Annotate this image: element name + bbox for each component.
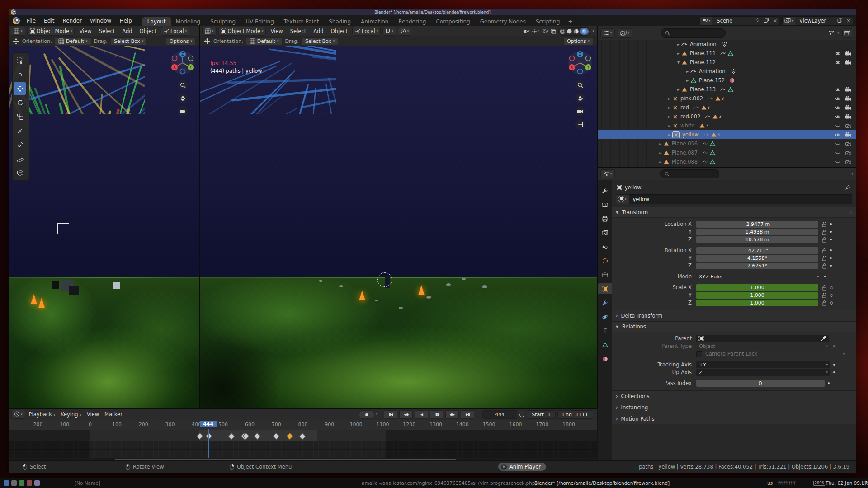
pause-button[interactable]: ▮▮ xyxy=(430,410,443,419)
viewport-menu-add[interactable]: Add xyxy=(119,28,135,35)
keyframe-diamond-icon[interactable]: ◇ xyxy=(830,285,833,290)
object-name[interactable]: Plane.112 xyxy=(690,59,716,66)
taskbar-icon[interactable] xyxy=(34,480,40,486)
outliner-row[interactable]: ▼Plane.112 xyxy=(598,58,856,67)
animate-dot[interactable] xyxy=(830,249,832,251)
expand-arrow-icon[interactable]: ► xyxy=(658,151,663,155)
frame-start-field[interactable]: Start1 xyxy=(527,410,556,419)
taskbar-icon[interactable] xyxy=(27,480,32,486)
properties-tab-output[interactable] xyxy=(598,213,612,224)
properties-editor-type-button[interactable]: ▾ xyxy=(600,169,615,178)
expand-arrow-icon[interactable]: ► xyxy=(676,52,681,56)
drag-setting-dropdown[interactable]: Select Box▾ xyxy=(110,37,147,46)
animate-dot[interactable] xyxy=(830,223,832,225)
viewport-editor-type-button[interactable]: ▾ xyxy=(202,27,217,36)
properties-tab-modifiers[interactable] xyxy=(598,297,612,308)
play-reverse-button[interactable]: ◀ xyxy=(415,410,428,419)
outliner-row[interactable]: ►Plane.056 xyxy=(598,139,856,148)
taskbar-icon[interactable] xyxy=(4,480,9,486)
menu-file[interactable]: File xyxy=(23,17,40,25)
taskbar-window-item[interactable]: [No Name] xyxy=(75,480,100,486)
tab-geometry-nodes[interactable]: Geometry Nodes xyxy=(475,17,531,26)
tab-animation[interactable]: Animation xyxy=(356,17,393,26)
outliner-row[interactable]: ►Animation xyxy=(598,40,856,49)
expand-arrow-icon[interactable]: ► xyxy=(676,42,681,47)
viewport-menu-object[interactable]: Object xyxy=(137,28,159,35)
taskbar-icon[interactable] xyxy=(11,480,17,486)
properties-tab-data[interactable] xyxy=(598,339,612,350)
value-field[interactable]: 1.000 xyxy=(696,292,818,299)
object-name[interactable]: Plane.152 xyxy=(699,77,725,84)
shading-material-preview-button[interactable] xyxy=(573,28,579,34)
transform-orientation-dropdown[interactable]: Local▾ xyxy=(161,27,189,36)
frame-end-field[interactable]: End1111 xyxy=(557,410,593,419)
viewlayer-copy-button[interactable] xyxy=(835,17,844,25)
instancing-panel-header[interactable]: ›Instancing xyxy=(612,402,856,413)
object-name[interactable]: red.002 xyxy=(680,113,700,120)
axis-gizmo[interactable]: ZXY xyxy=(568,51,592,77)
hide-viewport-icon[interactable] xyxy=(835,150,841,155)
lock-icon[interactable] xyxy=(821,255,827,261)
properties-tab-tool[interactable] xyxy=(598,185,612,196)
value-field[interactable]: 10.578 m xyxy=(696,236,818,243)
viewport-left[interactable]: ▾Object Mode▾ViewSelectAddObjectLocal▾Or… xyxy=(9,26,200,408)
disable-render-icon[interactable] xyxy=(845,96,851,101)
outliner-row[interactable]: ►pink.0023 xyxy=(598,94,856,103)
hide-viewport-icon[interactable] xyxy=(835,60,841,65)
expand-arrow-icon[interactable]: ► xyxy=(685,79,690,83)
zoom-icon[interactable] xyxy=(575,80,585,90)
viewlayer-name[interactable]: ViewLayer xyxy=(795,18,835,24)
lock-icon[interactable] xyxy=(821,237,827,243)
timeline-menu-keying[interactable]: Keying ▾ xyxy=(58,411,84,418)
transform-orientation-dropdown[interactable]: Local▾ xyxy=(352,27,381,36)
lock-icon[interactable] xyxy=(821,285,827,291)
outliner-row[interactable]: ►Plane.088 xyxy=(598,157,856,166)
object-name[interactable]: yellow xyxy=(682,131,699,138)
properties-tab-scene[interactable] xyxy=(598,241,612,252)
eyedropper-icon[interactable] xyxy=(821,336,826,342)
options-dropdown[interactable]: Options▾ xyxy=(563,37,593,46)
object-name-field[interactable]: yellow xyxy=(629,194,852,204)
jump-to-end-button[interactable]: ▶▮ xyxy=(461,410,474,419)
expand-arrow-icon[interactable]: ► xyxy=(667,124,672,128)
outliner-editor-type-button[interactable]: ▾ xyxy=(600,28,615,38)
properties-tab-constraints[interactable] xyxy=(598,325,612,336)
tab-sculpting[interactable]: Sculpting xyxy=(205,17,241,26)
tool-cursor[interactable] xyxy=(14,68,26,81)
viewport-menu-view[interactable]: View xyxy=(76,28,94,35)
tab-shading[interactable]: Shading xyxy=(324,17,356,26)
up-axis-dropdown[interactable]: Z▾ xyxy=(696,369,830,376)
value-field[interactable]: 1.000 xyxy=(696,284,818,291)
camera-parent-lock-checkbox[interactable] xyxy=(696,351,702,357)
stopwatch-icon[interactable] xyxy=(519,411,525,418)
drag-setting-dropdown[interactable]: Select Box▾ xyxy=(302,37,338,46)
new-collection-button[interactable] xyxy=(842,28,852,38)
value-field[interactable]: 1.4938 m xyxy=(696,229,818,235)
anim-player-badge[interactable]: ✕ Anim Player xyxy=(498,463,546,471)
playhead[interactable] xyxy=(208,429,209,458)
keying-popover-icon[interactable]: ▾ xyxy=(376,413,378,416)
expand-arrow-icon[interactable]: ► xyxy=(685,70,690,74)
options-dropdown[interactable]: Options▾ xyxy=(166,37,196,46)
properties-tab-collection[interactable] xyxy=(598,269,612,280)
outliner-row[interactable]: ►Plane.087 xyxy=(598,148,856,157)
viewport-menu-view[interactable]: View xyxy=(268,28,285,35)
object-name[interactable]: Plane.111 xyxy=(690,50,716,56)
expand-arrow-icon[interactable]: ► xyxy=(667,115,672,119)
zoom-icon[interactable] xyxy=(178,80,188,90)
taskbar-window-item-terminal[interactable]: amalie -/analiestar.com/nginx_6946376354… xyxy=(362,480,537,486)
properties-tab-view-layer[interactable] xyxy=(598,227,612,238)
lock-icon[interactable] xyxy=(821,221,827,227)
properties-options-icon[interactable]: ▾ xyxy=(851,172,853,176)
collections-panel-header[interactable]: ›Collections xyxy=(612,390,856,402)
expand-arrow-icon[interactable]: ▼ xyxy=(676,61,681,65)
viewport-canvas[interactable]: ZXY xyxy=(9,46,199,408)
outliner-search-input[interactable] xyxy=(661,28,726,38)
tab-compositing[interactable]: Compositing xyxy=(431,17,475,26)
prev-keyframe-button[interactable]: ◀◆ xyxy=(399,410,413,419)
tab-scripting[interactable]: Scripting xyxy=(531,17,565,26)
object-mode-dropdown[interactable]: Object Mode▾ xyxy=(218,27,266,36)
object-name[interactable]: Plane.056 xyxy=(672,141,698,147)
overlays-icon[interactable]: ▾ xyxy=(541,29,549,34)
scene-browse-button[interactable]: ▾ xyxy=(700,17,712,25)
